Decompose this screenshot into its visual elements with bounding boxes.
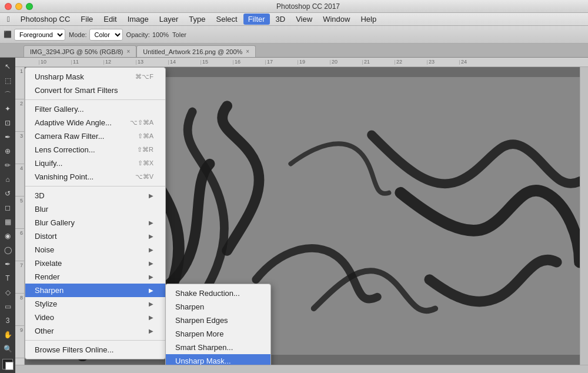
ruler-mark: 24 <box>459 60 492 65</box>
opacity-value: 100% <box>152 31 169 38</box>
sharpen-unsharp-mask[interactable]: Unsharp Mask... <box>166 354 270 365</box>
canvas-wrapper: 10 11 12 13 14 15 16 17 19 20 21 22 23 2… <box>15 58 588 373</box>
menu-3d[interactable]: 3D <box>271 14 290 25</box>
filter-other[interactable]: Other ▶ <box>25 324 165 338</box>
ruler-mark: 12 <box>103 60 136 65</box>
maximize-button[interactable] <box>26 3 33 10</box>
tool-lasso[interactable]: ⌒ <box>1 88 14 101</box>
filter-3d[interactable]: 3D ▶ <box>25 189 165 202</box>
ruler-mark: 16 <box>233 60 265 65</box>
menu-window[interactable]: Window <box>318 14 355 25</box>
tool-move[interactable]: ↖ <box>1 60 14 73</box>
sharpen-shake-reduction[interactable]: Shake Reduction... <box>166 287 270 300</box>
tab-close-img3294[interactable]: × <box>127 48 131 55</box>
foreground-select[interactable]: Foreground <box>14 29 65 41</box>
background-color[interactable] <box>5 362 14 370</box>
menu-filter[interactable]: Filter <box>243 14 270 25</box>
menu-layer[interactable]: Layer <box>155 14 183 25</box>
tool-text[interactable]: T <box>1 272 14 285</box>
menu-type[interactable]: Type <box>184 14 210 25</box>
tool-3d[interactable]: 3 <box>1 314 14 327</box>
menu-bar:  Photoshop CC File Edit Image Layer Typ… <box>0 13 588 26</box>
separator-2 <box>25 186 165 186</box>
filter-dropdown: Unsharp Mask ⌘⌥F Convert for Smart Filte… <box>25 67 166 359</box>
tool-healing[interactable]: ⊕ <box>1 145 14 158</box>
menu-photoshop[interactable]: Photoshop CC <box>16 14 75 25</box>
filter-liquify[interactable]: Liquify... ⇧⌘X <box>25 156 165 170</box>
tool-gradient[interactable]: ▦ <box>1 215 14 228</box>
filter-render[interactable]: Render ▶ <box>25 270 165 284</box>
ruler-vertical: 1 2 3 4 5 6 7 8 9 <box>15 67 25 365</box>
window-title: Photoshop CC 2017 <box>33 2 583 11</box>
tool-marquee[interactable]: ⬚ <box>1 74 14 87</box>
filter-lens-correction[interactable]: Lens Correction... ⇧⌘R <box>25 143 165 156</box>
tab-bar: IMG_3294.JPG @ 50% (RGB/8) × Untitled_Ar… <box>0 44 588 58</box>
tab-img3294[interactable]: IMG_3294.JPG @ 50% (RGB/8) × <box>24 45 136 57</box>
tool-hand[interactable]: ✋ <box>1 328 14 341</box>
tab-untitled-artwork[interactable]: Untitled_Artwork 216.png @ 200% × <box>136 45 256 57</box>
filter-vanishing-point[interactable]: Vanishing Point... ⌥⌘V <box>25 170 165 184</box>
filter-sharpen[interactable]: Sharpen ▶ Shake Reduction... Sharpen Sh <box>25 284 165 297</box>
ruler-mark: 19 <box>298 60 330 65</box>
filter-blur-gallery[interactable]: Blur Gallery ▶ <box>25 216 165 229</box>
title-bar: Photoshop CC 2017 <box>0 0 588 13</box>
tool-eyedropper[interactable]: ✒ <box>1 131 14 144</box>
main-area: ↖ ⬚ ⌒ ✦ ⊡ ✒ ⊕ ✏ ⌂ ↺ ◻ ▦ ◉ ◯ ✒ T ◇ ▭ 3 ✋ … <box>0 58 588 373</box>
sharpen-sharpen[interactable]: Sharpen <box>166 300 270 314</box>
sharpen-more[interactable]: Sharpen More <box>166 327 270 341</box>
filter-camera-raw[interactable]: Camera Raw Filter... ⇧⌘A <box>25 129 165 143</box>
ruler-horizontal: 10 11 12 13 14 15 16 17 19 20 21 22 23 2… <box>15 58 588 67</box>
tab-label-img3294: IMG_3294.JPG @ 50% (RGB/8) <box>30 48 123 55</box>
filter-pixelate[interactable]: Pixelate ▶ <box>25 257 165 270</box>
menu-image[interactable]: Image <box>123 14 153 25</box>
ruler-mark: 21 <box>362 60 395 65</box>
tool-crop[interactable]: ⊡ <box>1 116 14 129</box>
tool-dodge[interactable]: ◯ <box>1 244 14 257</box>
ruler-mark: 11 <box>71 60 103 65</box>
tool-path[interactable]: ◇ <box>1 286 14 299</box>
sharpen-smart[interactable]: Smart Sharpen... <box>166 341 270 354</box>
tool-clone[interactable]: ⌂ <box>1 173 14 186</box>
filter-distort[interactable]: Distort ▶ <box>25 229 165 243</box>
filter-video[interactable]: Video ▶ <box>25 311 165 324</box>
tool-history-brush[interactable]: ↺ <box>1 187 14 200</box>
tool-blur[interactable]: ◉ <box>1 229 14 242</box>
tool-brush[interactable]: ✏ <box>1 159 14 172</box>
menu-edit[interactable]: Edit <box>99 14 121 25</box>
scrollbar-vertical[interactable] <box>580 67 588 365</box>
menu-select[interactable]: Select <box>212 14 242 25</box>
tool-shape[interactable]: ▭ <box>1 300 14 313</box>
minimize-button[interactable] <box>15 3 22 10</box>
opacity-label: Opacity: <box>126 31 150 38</box>
menu-help[interactable]: Help <box>356 14 381 25</box>
ruler-mark: 15 <box>201 60 233 65</box>
apple-menu[interactable]:  <box>2 14 15 25</box>
menu-view[interactable]: View <box>291 14 317 25</box>
foreground-color[interactable] <box>2 359 13 369</box>
tool-magic-wand[interactable]: ✦ <box>1 102 14 115</box>
tools-panel: ↖ ⬚ ⌒ ✦ ⊡ ✒ ⊕ ✏ ⌂ ↺ ◻ ▦ ◉ ◯ ✒ T ◇ ▭ 3 ✋ … <box>0 58 15 373</box>
ruler-mark: 10 <box>39 60 71 65</box>
menu-file[interactable]: File <box>76 14 98 25</box>
filter-browse-online[interactable]: Browse Filters Online... <box>25 343 165 357</box>
filter-stylize[interactable]: Stylize ▶ <box>25 297 165 311</box>
tool-eraser[interactable]: ◻ <box>1 201 14 214</box>
ruler-mark: 22 <box>395 60 427 65</box>
ruler-mark: 17 <box>265 60 298 65</box>
filter-noise[interactable]: Noise ▶ <box>25 243 165 257</box>
ruler-mark: 14 <box>168 60 201 65</box>
tab-label-untitled: Untitled_Artwork 216.png @ 200% <box>143 48 242 55</box>
mode-select[interactable]: Color <box>89 29 123 41</box>
filter-blur[interactable]: Blur <box>25 202 165 216</box>
filter-convert-smart[interactable]: Convert for Smart Filters <box>25 84 165 97</box>
sharpen-edges[interactable]: Sharpen Edges <box>166 314 270 327</box>
filter-adaptive-wide[interactable]: Adaptive Wide Angle... ⌥⇧⌘A <box>25 116 165 129</box>
tab-close-untitled[interactable]: × <box>246 48 249 55</box>
tool-zoom[interactable]: 🔍 <box>1 342 14 355</box>
close-button[interactable] <box>5 3 12 10</box>
filter-gallery[interactable]: Filter Gallery... <box>25 102 165 116</box>
filter-unsharp-mask-top[interactable]: Unsharp Mask ⌘⌥F <box>25 70 165 84</box>
scrollbar-horizontal[interactable] <box>15 365 588 373</box>
tool-pen[interactable]: ✒ <box>1 258 14 271</box>
ruler-mark: 23 <box>427 60 459 65</box>
